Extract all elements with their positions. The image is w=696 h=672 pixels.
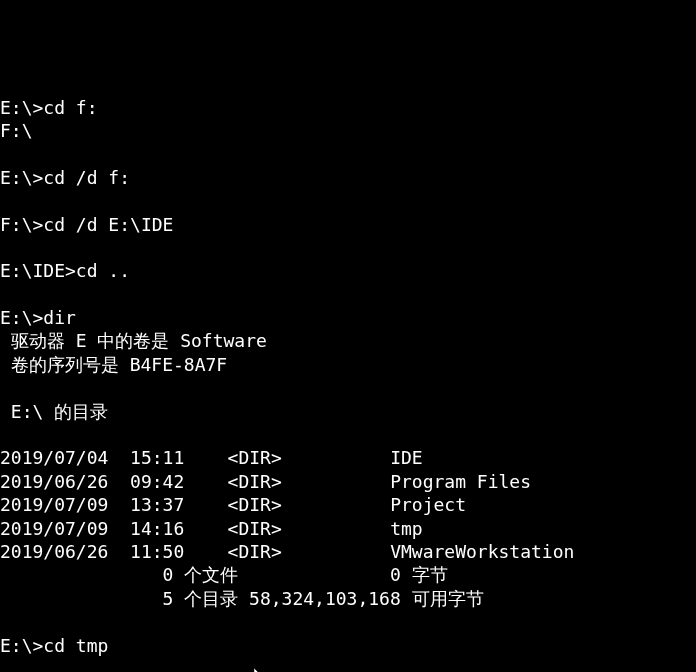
dir-entry-line: 2019/07/04 15:11 <DIR> IDE: [0, 447, 423, 468]
dir-path-line: E:\ 的目录: [0, 401, 108, 422]
command-line: F:\>cd /d E:\IDE: [0, 214, 173, 235]
command-line: E:\IDE>cd ..: [0, 260, 130, 281]
dir-serial-line: 卷的序列号是 B4FE-8A7F: [0, 354, 227, 375]
command-line: E:\>dir: [0, 307, 76, 328]
dir-volume-line: 驱动器 E 中的卷是 Software: [0, 330, 267, 351]
dir-entry-line: 2019/06/26 11:50 <DIR> VMwareWorkstation: [0, 541, 574, 562]
command-line: E:\>cd f:: [0, 97, 98, 118]
command-line: E:\>cd tmp: [0, 635, 108, 656]
dir-entry-line: 2019/07/09 13:37 <DIR> Project: [0, 494, 466, 515]
dir-entry-line: 2019/06/26 09:42 <DIR> Program Files: [0, 471, 531, 492]
dir-summary-dirs: 5 个目录 58,324,103,168 可用字节: [0, 588, 484, 609]
dir-entry-line: 2019/07/09 14:16 <DIR> tmp: [0, 518, 423, 539]
dir-summary-files: 0 个文件 0 字节: [0, 564, 448, 585]
terminal-output[interactable]: E:\>cd f: F:\ E:\>cd /d f: F:\>cd /d E:\…: [0, 96, 696, 672]
output-line: F:\: [0, 120, 33, 141]
command-line: E:\>cd /d f:: [0, 167, 130, 188]
